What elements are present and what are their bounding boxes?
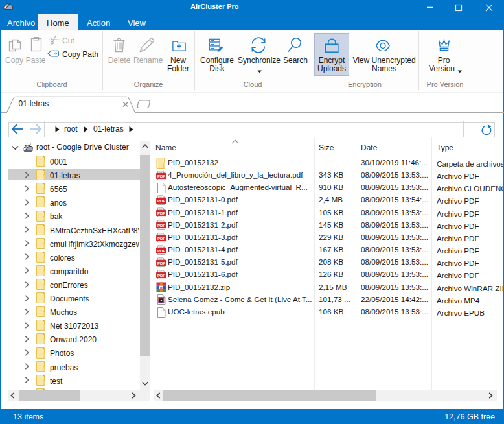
svg-text:PDF: PDF xyxy=(157,236,165,241)
svg-text:PDF: PDF xyxy=(157,198,165,203)
svg-text:PDF: PDF xyxy=(157,273,165,277)
svg-text:PDF: PDF xyxy=(157,261,165,265)
svg-text:PDF: PDF xyxy=(157,223,165,228)
svg-text:PDF: PDF xyxy=(157,174,165,178)
svg-text:PDF: PDF xyxy=(157,211,165,215)
svg-text:PDF: PDF xyxy=(157,248,165,253)
